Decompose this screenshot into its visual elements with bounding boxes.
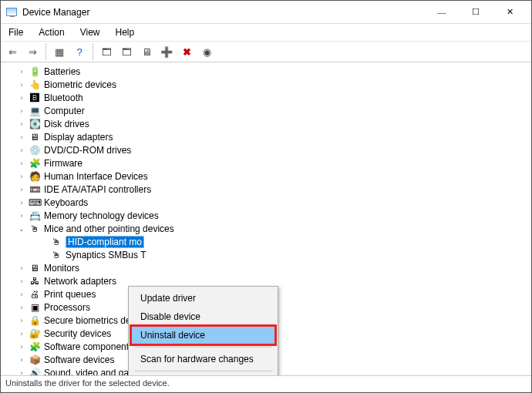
expand-icon[interactable]: › bbox=[16, 302, 27, 313]
tree-node[interactable]: ›🖥Monitors bbox=[7, 262, 531, 274]
expand-icon[interactable]: › bbox=[16, 197, 27, 208]
tree-label: Network adapters bbox=[44, 276, 116, 287]
expand-icon[interactable]: › bbox=[16, 210, 27, 221]
tree-node[interactable]: ›💻Computer bbox=[7, 105, 531, 117]
expand-icon[interactable]: › bbox=[16, 171, 27, 182]
show-hide-tree-button[interactable]: ▦ bbox=[51, 43, 68, 60]
tree-node[interactable]: ›🧑Human Interface Devices bbox=[7, 170, 531, 183]
menubar: File Action View Help bbox=[1, 24, 531, 41]
expand-icon[interactable]: › bbox=[16, 276, 27, 287]
tree-node[interactable]: ›⌨Keyboards bbox=[7, 196, 531, 209]
expand-icon[interactable]: › bbox=[16, 184, 27, 195]
expand-icon[interactable]: › bbox=[16, 106, 27, 116]
tree-label: Processors bbox=[44, 302, 90, 313]
tree-label: Mice and other pointing devices bbox=[44, 223, 174, 234]
ctx-properties[interactable]: Properties bbox=[131, 374, 275, 375]
device-category-icon: 🔊 bbox=[29, 367, 41, 375]
device-category-icon: 📼 bbox=[29, 183, 41, 196]
tree-node[interactable]: 🖱HID-compliant mo bbox=[7, 236, 531, 248]
tree-label: Firmware bbox=[44, 158, 82, 169]
tree-label: DVD/CD-ROM drives bbox=[44, 145, 131, 156]
tree-label: Human Interface Devices bbox=[44, 171, 148, 182]
toolbar: ⇐ ⇒ ▦ ? 🗔 🗔 🖥 ➕ ✖ ◉ bbox=[1, 41, 531, 62]
ctx-scan-hardware[interactable]: Scan for hardware changes bbox=[131, 350, 275, 368]
tree-node[interactable]: ⌄🖱Mice and other pointing devices bbox=[7, 223, 531, 235]
device-tree-pane[interactable]: ›🔋Batteries›👆Biometric devices›🅱Bluetoot… bbox=[1, 62, 531, 375]
expand-icon[interactable]: › bbox=[16, 315, 27, 326]
help-button[interactable]: ? bbox=[71, 43, 88, 60]
device-category-icon: 🖥 bbox=[29, 131, 41, 143]
device-category-icon: 🧑 bbox=[29, 170, 41, 183]
minimize-button[interactable]: — bbox=[425, 2, 459, 23]
expand-icon[interactable]: › bbox=[16, 368, 27, 375]
app-icon bbox=[5, 6, 18, 18]
ctx-uninstall-device[interactable]: Uninstall device bbox=[131, 326, 275, 344]
ctx-update-driver[interactable]: Update driver bbox=[131, 289, 275, 307]
window-controls: — ☐ ✕ bbox=[425, 2, 527, 23]
tree-node[interactable]: ›🖥Display adapters bbox=[7, 131, 531, 143]
expand-icon bbox=[38, 237, 49, 247]
device-category-icon: 🔐 bbox=[29, 328, 41, 340]
expand-icon[interactable]: › bbox=[16, 328, 27, 339]
tree-node[interactable]: ›📼IDE ATA/ATAPI controllers bbox=[7, 183, 531, 196]
tree-node[interactable]: ›📇Memory technology devices bbox=[7, 210, 531, 222]
tree-label: Memory technology devices bbox=[44, 210, 159, 221]
expand-icon[interactable]: › bbox=[16, 119, 27, 129]
device-category-icon: 🧩 bbox=[29, 157, 41, 170]
tree-label: Monitors bbox=[44, 263, 79, 274]
expand-icon[interactable]: › bbox=[16, 263, 27, 274]
device-category-icon: 💿 bbox=[29, 144, 41, 156]
enable-device-button[interactable]: ➕ bbox=[158, 43, 175, 60]
device-category-icon: 🖥 bbox=[29, 262, 41, 274]
context-menu: Update driver Disable device Uninstall d… bbox=[128, 286, 278, 375]
scan-hardware-button[interactable]: ◉ bbox=[198, 43, 215, 60]
expand-icon[interactable]: › bbox=[16, 92, 27, 103]
expand-icon[interactable]: › bbox=[16, 145, 27, 156]
tree-label: Synaptics SMBus T bbox=[66, 250, 146, 260]
menu-file[interactable]: File bbox=[5, 25, 26, 39]
device-category-icon: ⌨ bbox=[29, 196, 41, 209]
device-manager-window: Device Manager — ☐ ✕ File Action View He… bbox=[0, 0, 532, 393]
device-category-icon: 🧩 bbox=[29, 341, 41, 353]
maximize-button[interactable]: ☐ bbox=[459, 2, 493, 23]
tree-node[interactable]: ›💿DVD/CD-ROM drives bbox=[7, 144, 531, 156]
ctx-disable-device[interactable]: Disable device bbox=[131, 307, 275, 326]
menu-view[interactable]: View bbox=[77, 25, 103, 39]
properties2-button[interactable]: 🗔 bbox=[118, 43, 135, 60]
uninstall-device-button[interactable]: ✖ bbox=[178, 43, 195, 60]
tree-node[interactable]: ›🧩Firmware bbox=[7, 157, 531, 170]
properties-button[interactable]: 🗔 bbox=[98, 43, 115, 60]
expand-icon[interactable]: › bbox=[16, 158, 27, 169]
tree-node[interactable]: 🖱Synaptics SMBus T bbox=[7, 249, 531, 261]
close-button[interactable]: ✕ bbox=[493, 2, 527, 23]
tree-label: HID-compliant mo bbox=[66, 236, 144, 248]
forward-button[interactable]: ⇒ bbox=[24, 43, 41, 60]
tree-label: Bluetooth bbox=[44, 92, 83, 103]
tree-node[interactable]: ›🅱Bluetooth bbox=[7, 92, 531, 104]
expand-icon[interactable]: › bbox=[16, 289, 27, 300]
tree-node[interactable]: ›💽Disk drives bbox=[7, 118, 531, 130]
device-category-icon: 🖧 bbox=[29, 275, 41, 287]
device-category-icon: 👆 bbox=[29, 79, 41, 91]
expand-icon[interactable]: › bbox=[16, 354, 27, 365]
device-category-icon: 📦 bbox=[29, 354, 41, 366]
tree-label: Secure biometrics dev bbox=[44, 315, 136, 326]
expand-icon[interactable]: › bbox=[16, 79, 27, 90]
device-category-icon: 🖨 bbox=[29, 288, 41, 301]
separator bbox=[93, 43, 93, 60]
tree-label: Software devices bbox=[44, 354, 114, 365]
menu-help[interactable]: Help bbox=[113, 25, 138, 39]
tree-node[interactable]: ›👆Biometric devices bbox=[7, 79, 531, 91]
menu-action[interactable]: Action bbox=[35, 25, 67, 39]
back-button[interactable]: ⇐ bbox=[4, 43, 21, 60]
expand-icon[interactable]: › bbox=[16, 66, 27, 77]
tree-label: Keyboards bbox=[44, 197, 88, 208]
update-driver-button[interactable]: 🖥 bbox=[138, 43, 155, 60]
expand-icon[interactable]: › bbox=[16, 341, 27, 352]
device-category-icon: 💽 bbox=[29, 118, 41, 130]
window-title: Device Manager bbox=[22, 7, 425, 18]
expand-icon[interactable]: ⌄ bbox=[16, 223, 27, 234]
tree-label: Computer bbox=[44, 106, 85, 116]
expand-icon[interactable]: › bbox=[16, 132, 27, 143]
tree-node[interactable]: ›🔋Batteries bbox=[7, 66, 531, 78]
